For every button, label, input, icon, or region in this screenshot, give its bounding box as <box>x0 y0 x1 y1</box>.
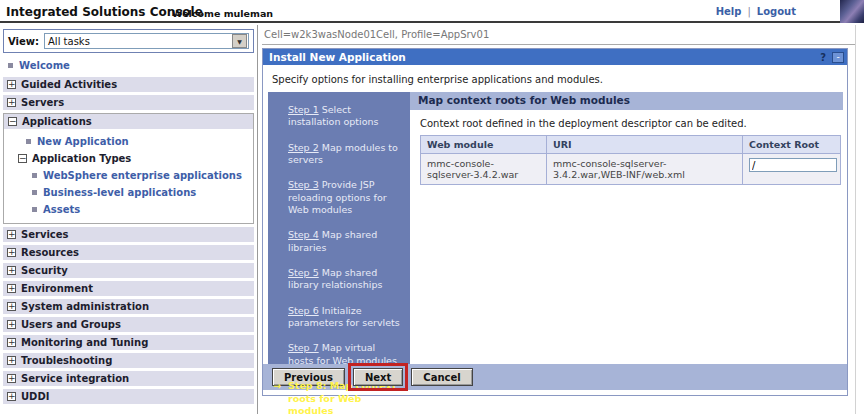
wizard-step-7: Step 7 Map virtual hosts for Web modules <box>288 342 404 367</box>
table-header-row: Web module URI Context Root <box>421 136 841 154</box>
minimize-icon[interactable]: - <box>832 52 844 63</box>
application-types-children: WebSphere enterprise applications Busine… <box>18 167 253 218</box>
breadcrumb: Cell=w2k3wasNode01Cell, Profile=AppSrv01 <box>262 25 855 45</box>
logout-link[interactable]: Logout <box>757 6 796 17</box>
context-root-cell <box>743 154 841 185</box>
column-web-module: Web module <box>421 136 547 154</box>
sidebar-item-new-application[interactable]: New Application <box>18 133 253 150</box>
sidebar-item-system-administration[interactable]: + System administration <box>3 299 254 314</box>
wizard-step-6: Step 6 Initialize parameters for servlet… <box>288 305 404 330</box>
navigation-tree: Welcome + Guided Activities + Servers − … <box>0 57 257 404</box>
next-button[interactable]: Next <box>353 368 403 386</box>
step-content-area: Map context roots for Web modules Contex… <box>410 92 843 364</box>
expand-icon[interactable]: + <box>7 338 16 347</box>
expand-icon[interactable]: + <box>7 98 16 107</box>
wizard-step-2: Step 2 Map modules to servers <box>288 142 404 167</box>
banner-corner-image <box>840 0 864 23</box>
view-label: View: <box>8 36 39 47</box>
page-right-divider <box>855 25 856 414</box>
welcome-link[interactable]: Welcome <box>19 60 70 71</box>
context-root-table: Web module URI Context Root mmc-console-… <box>420 135 841 185</box>
sidebar-item-services[interactable]: + Services <box>3 227 254 242</box>
bullet-icon <box>26 139 31 144</box>
applications-children: New Application − Application Types WebS… <box>4 129 253 223</box>
chevron-down-icon[interactable]: ▼ <box>232 34 247 48</box>
install-new-application-panel: Install New Application ? - Specify opti… <box>262 48 848 396</box>
column-uri: URI <box>547 136 743 154</box>
help-icon[interactable]: ? <box>820 52 826 63</box>
sidebar-item-websphere-enterprise-applications[interactable]: WebSphere enterprise applications <box>32 167 253 184</box>
sidebar-group-applications: − Applications New Application − Applica… <box>3 113 254 224</box>
top-banner: Integrated Solutions Console Welcome mul… <box>0 0 864 23</box>
step-2-link[interactable]: Step 2 <box>288 142 319 153</box>
sidebar-item-application-types[interactable]: − Application Types <box>18 150 253 167</box>
link-separator: | <box>747 6 750 17</box>
sidebar-item-environment[interactable]: + Environment <box>3 281 254 296</box>
sidebar-item-security[interactable]: + Security <box>3 263 254 278</box>
sidebar-item-assets[interactable]: Assets <box>32 201 253 218</box>
wizard-step-1: Step 1 Select installation options <box>288 104 404 129</box>
expand-icon[interactable]: + <box>7 284 16 293</box>
uri-cell: mmc-console-sqlserver-3.4.2.war,WEB-INF/… <box>547 154 743 185</box>
collapse-icon[interactable]: − <box>8 117 17 126</box>
wizard-area: Step 1 Select installation options Step … <box>268 92 843 364</box>
expand-icon[interactable]: + <box>7 302 16 311</box>
panel-intro-text: Specify options for installing enterpris… <box>263 65 847 92</box>
cancel-button[interactable]: Cancel <box>411 368 472 386</box>
bullet-icon <box>32 190 37 195</box>
main-content: Cell=w2k3wasNode01Cell, Profile=AppSrv01… <box>259 25 864 414</box>
bullet-icon <box>32 173 37 178</box>
sidebar-item-resources[interactable]: + Resources <box>3 245 254 260</box>
step-1-link[interactable]: Step 1 <box>288 104 319 115</box>
sidebar-item-applications[interactable]: − Applications <box>4 114 253 129</box>
banner-links: Help|Logout <box>716 6 796 17</box>
expand-icon[interactable]: + <box>7 266 16 275</box>
wizard-step-5: Step 5 Map shared library relationships <box>288 267 404 292</box>
step-6-link[interactable]: Step 6 <box>288 305 319 316</box>
bullet-icon <box>32 207 37 212</box>
wizard-step-4: Step 4 Map shared libraries <box>288 229 404 254</box>
sidebar-item-guided-activities[interactable]: + Guided Activities <box>3 77 254 92</box>
column-context-root: Context Root <box>743 136 841 154</box>
next-button-wrapper: Next <box>353 368 403 386</box>
sidebar-item-users-and-groups[interactable]: + Users and Groups <box>3 317 254 332</box>
bullet-icon <box>8 63 13 68</box>
step-7-link[interactable]: Step 7 <box>288 342 319 353</box>
expand-icon[interactable]: + <box>7 320 16 329</box>
context-root-input[interactable] <box>749 158 837 172</box>
view-dropdown-value: All tasks <box>45 36 232 47</box>
view-selector-box: View: All tasks ▼ <box>3 29 254 53</box>
sidebar-item-uddi[interactable]: + UDDI <box>3 389 254 404</box>
sidebar-item-service-integration[interactable]: + Service integration <box>3 371 254 386</box>
table-row: mmc-console-sqlserver-3.4.2.war mmc-cons… <box>421 154 841 185</box>
expand-icon[interactable]: + <box>7 248 16 257</box>
current-step-arrow-icon: → <box>273 380 281 392</box>
sidebar-item-monitoring-and-tuning[interactable]: + Monitoring and Tuning <box>3 335 254 350</box>
sidebar-item-servers[interactable]: + Servers <box>3 95 254 110</box>
step-content-heading: Map context roots for Web modules <box>410 92 843 110</box>
web-module-cell: mmc-console-sqlserver-3.4.2.war <box>421 154 547 185</box>
collapse-icon[interactable]: − <box>18 154 27 163</box>
step-3-link[interactable]: Step 3 <box>288 179 319 190</box>
panel-title: Install New Application <box>263 51 820 63</box>
sidebar-item-troubleshooting[interactable]: + Troubleshooting <box>3 353 254 368</box>
welcome-user-text: Welcome muleman <box>172 8 273 19</box>
expand-icon[interactable]: + <box>7 392 16 401</box>
step-5-link[interactable]: Step 5 <box>288 267 319 278</box>
step-content-description: Context root defined in the deployment d… <box>410 110 843 135</box>
view-dropdown[interactable]: All tasks ▼ <box>44 33 249 49</box>
sidebar-item-welcome[interactable]: Welcome <box>0 57 257 74</box>
help-link[interactable]: Help <box>716 6 742 17</box>
expand-icon[interactable]: + <box>7 374 16 383</box>
sidebar-item-business-level-applications[interactable]: Business-level applications <box>32 184 253 201</box>
panel-title-bar: Install New Application ? - <box>263 49 847 65</box>
navigation-sidebar: View: All tasks ▼ Welcome + Guided Activ… <box>0 25 258 414</box>
expand-icon[interactable]: + <box>7 230 16 239</box>
expand-icon[interactable]: + <box>7 356 16 365</box>
step-4-link[interactable]: Step 4 <box>288 229 319 240</box>
wizard-step-3: Step 3 Provide JSP reloading options for… <box>288 179 404 216</box>
expand-icon[interactable]: + <box>7 80 16 89</box>
wizard-steps-panel: Step 1 Select installation options Step … <box>268 92 410 364</box>
